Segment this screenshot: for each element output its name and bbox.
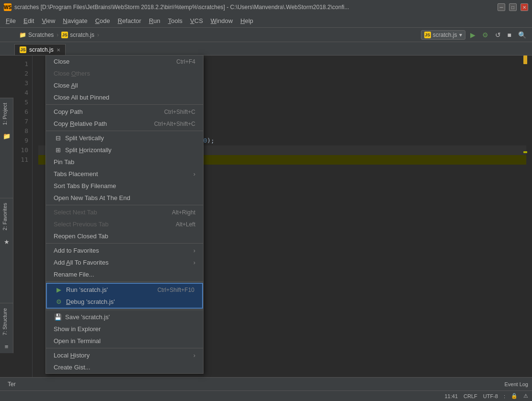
cm-rename-file[interactable]: Rename File... [46,268,203,280]
stop-button[interactable]: ■ [506,30,513,40]
bottom-panel: Ter Event Log [0,377,532,390]
local-history-arrow: › [193,352,195,359]
tab-close-button[interactable]: ✕ [57,47,60,53]
cm-create-gist[interactable]: Create Gist... [46,361,203,373]
menu-run[interactable]: Run [145,16,164,26]
app-icon: WS [4,3,11,11]
left-panel-tabs: 1: Project 📁 2: Favorites ★ 7: Structure… [0,98,13,353]
cm-open-terminal[interactable]: Open in Terminal [46,335,203,347]
menu-window[interactable]: Window [207,16,237,26]
cm-pin-tab[interactable]: Pin Tab [46,156,203,168]
encoding[interactable]: UTF-8 [483,393,498,399]
cm-sep4 [46,243,203,244]
cm-save[interactable]: 💾 Save 'scratch.js' [46,311,203,323]
menu-navigate[interactable]: Navigate [59,16,91,26]
search-everywhere-button[interactable]: 🔍 [516,30,528,40]
toolbar: 📁 Scratches › JS scratch.js › JS scratch… [0,28,532,42]
cm-sep6 [46,310,203,310]
line-numbers: 1 2 3 4 5 6 7 8 9 10 11 [13,56,33,377]
cm-copy-path[interactable]: Copy Path Ctrl+Shift+C [46,106,203,118]
maximize-button[interactable]: □ [509,3,517,11]
cm-sep1 [46,104,203,105]
cm-reopen-closed[interactable]: Reopen Closed Tab [46,230,203,242]
warning-icon[interactable]: ⚠ [523,393,528,399]
split-h-icon: ⊞ [54,146,62,154]
cm-copy-rel-path[interactable]: Copy Relative Path Ctrl+Alt+Shift+C [46,118,203,130]
cm-sep5 [46,281,203,282]
breadcrumb-scratches[interactable]: Scratches [28,32,54,38]
status-bar: 11:41 CRLF UTF-8 : 🔒 ⚠ [0,390,532,401]
dropdown-arrow: ▾ [459,32,462,38]
panel-tab-project-icon[interactable]: 📁 [0,130,13,143]
cm-split-h[interactable]: ⊞ Split Horizontally [46,144,203,156]
tabs-placement-arrow: › [193,170,195,178]
cm-tabs-placement[interactable]: Tabs Placement › [46,168,203,180]
add-all-fav-arrow: › [193,259,195,266]
context-menu: Close Ctrl+F4 Close Others Close All Clo… [45,55,204,374]
panel-tab-favorites-icon[interactable]: ★ [0,235,13,248]
terminal-tab[interactable]: Ter [4,380,20,389]
js-file-icon: JS [61,32,68,38]
tab-js-icon: JS [20,46,26,53]
menu-tools[interactable]: Tools [164,16,186,26]
minimize-button[interactable]: ─ [498,3,505,11]
dropdown-label: scratch.js [433,32,457,38]
event-log-area: Event Log [504,381,528,387]
menu-view[interactable]: View [38,16,59,26]
cm-close-all[interactable]: Close All [46,79,203,91]
dropdown-js-icon: JS [424,32,431,38]
cm-split-v[interactable]: ⊟ Split Vertically [46,132,203,144]
cm-sep3 [46,205,203,205]
terminal-label: Ter [8,381,16,388]
folder-icon: 📁 [19,32,26,38]
run-config-dropdown[interactable]: JS scratch.js ▾ [421,30,465,40]
line-sep[interactable]: CRLF [464,393,477,399]
cm-sort-tabs[interactable]: Sort Tabs By Filename [46,180,203,192]
run-icon: ▶ [55,286,63,293]
menu-file[interactable]: File [2,16,20,26]
breadcrumb[interactable]: 📁 Scratches › JS scratch.js › [19,32,100,38]
breadcrumb-sep1: › [57,32,58,38]
run-button[interactable]: ▶ [468,30,477,40]
menu-code[interactable]: Code [91,16,114,26]
tab-scratch-js[interactable]: JS scratch.js ✕ [14,44,66,55]
cm-local-history[interactable]: Local History › [46,349,203,361]
status-right: 11:41 CRLF UTF-8 : 🔒 ⚠ [445,393,529,399]
breadcrumb-file[interactable]: scratch.js [70,32,94,38]
panel-tab-project[interactable]: 1: Project [0,98,13,130]
event-log-label[interactable]: Event Log [504,381,528,387]
cm-debug[interactable]: ⚙ Debug 'scratch.js' [47,296,202,308]
cm-sep7 [46,348,203,348]
debug-button[interactable]: ⚙ [480,30,490,40]
cursor-position[interactable]: 11:41 [445,393,458,399]
window-controls[interactable]: ─ □ ✕ [498,3,528,11]
warning-marker [523,151,527,153]
cm-show-explorer[interactable]: Show in Explorer [46,323,203,335]
debug-icon: ⚙ [55,298,63,305]
cm-add-all-favorites[interactable]: Add All To Favorites › [46,256,203,268]
coverage-button[interactable]: ↺ [493,30,503,40]
cm-add-to-favorites[interactable]: Add to Favorites › [46,245,203,256]
menu-vcs[interactable]: VCS [186,16,207,26]
indent-indicator[interactable]: : [504,393,505,399]
add-fav-arrow: › [193,247,195,254]
menu-refactor[interactable]: Refactor [114,16,145,26]
cm-close[interactable]: Close Ctrl+F4 [46,56,203,67]
cm-select-prev: Select Previous Tab Alt+Left [46,218,203,230]
cm-open-new-tabs[interactable]: Open New Tabs At The End [46,192,203,204]
window-title: scratches [D:\Program Files\JetBrains\We… [14,4,498,11]
panel-tab-favorites[interactable]: 2: Favorites [0,198,13,235]
menu-help[interactable]: Help [237,16,257,26]
cm-sep2 [46,131,203,131]
vcs-icon[interactable]: 🔒 [511,393,518,399]
cm-select-next: Select Next Tab Alt+Right [46,206,203,218]
panel-tab-structure[interactable]: 7: Structure [0,303,13,340]
menu-edit[interactable]: Edit [20,16,38,26]
cm-close-all-pinned[interactable]: Close All but Pinned [46,91,203,103]
menu-bar: File Edit View Navigate Code Refactor Ru… [0,14,532,28]
toolbar-right: JS scratch.js ▾ ▶ ⚙ ↺ ■ 🔍 [421,30,528,40]
save-icon: 💾 [54,313,62,321]
close-button[interactable]: ✕ [521,3,528,11]
cm-run[interactable]: ▶ Run 'scratch.js' Ctrl+Shift+F10 [47,284,202,296]
panel-tab-structure-icon[interactable]: ≡ [0,340,13,353]
